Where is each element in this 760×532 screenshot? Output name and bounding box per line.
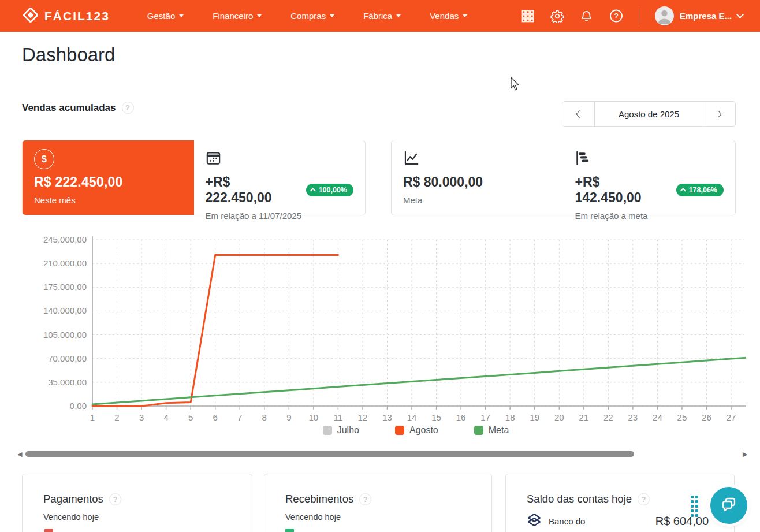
x-axis-tick-label: 26	[702, 412, 711, 422]
menu-gestao[interactable]: Gestão	[147, 11, 184, 21]
x-axis-tick-label: 6	[213, 412, 218, 422]
menu-financeiro[interactable]: Financeiro	[213, 11, 262, 21]
kpi-vs-meta-label: Em relação a meta	[575, 211, 724, 221]
main-menu: Gestão Financeiro Compras Fábrica Vendas	[147, 11, 467, 21]
caret-down-icon	[179, 14, 184, 17]
saldo-contas-card: Saldo das contas hoje ? Banco do R$ 604,…	[505, 474, 735, 532]
sales-section-header: Vendas acumuladas ?	[22, 102, 134, 114]
month-selector: Agosto de 2025	[562, 101, 736, 127]
help-icon[interactable]: ?	[638, 493, 650, 505]
x-axis-tick-label: 4	[163, 412, 168, 422]
card-title: Recebimentos	[285, 493, 353, 505]
y-axis-tick-label: 175.000,00	[43, 282, 87, 292]
card-title: Saldo das contas hoje	[527, 493, 632, 505]
chevron-right-icon	[714, 110, 722, 118]
y-axis-tick-label: 70.000,00	[48, 354, 87, 363]
kpi-meta-label: Meta	[403, 195, 552, 205]
chart-horizontal-scrollbar[interactable]: ◀ ▶	[17, 451, 750, 457]
kpi-current-value: R$ 222.450,00	[34, 174, 182, 190]
card-subtitle: Vencendo hoje	[43, 512, 233, 522]
account-row[interactable]: Banco do R$ 604,00	[527, 513, 716, 529]
menu-vendas[interactable]: Vendas	[430, 11, 467, 21]
kpi-vs-previous: +R$ 222.450,00 100,00% Em relação a 11/0…	[194, 140, 366, 215]
help-icon[interactable]: ?	[109, 493, 121, 505]
x-axis-tick-label: 20	[554, 412, 564, 422]
chat-button[interactable]	[710, 487, 747, 524]
help-icon[interactable]: ?	[122, 102, 134, 114]
legend-item-agosto[interactable]: Agosto	[395, 425, 438, 436]
caret-down-icon	[257, 14, 262, 17]
x-axis-tick-label: 21	[579, 412, 588, 422]
line-chart-icon	[403, 150, 419, 168]
y-axis-tick-label: 35.000,00	[48, 377, 87, 387]
kpi-current-label: Neste mês	[34, 195, 182, 205]
svg-text:?: ?	[614, 12, 619, 20]
x-axis-tick-label: 27	[727, 412, 736, 422]
steps-bars-icon	[575, 150, 591, 168]
x-axis-tick-label: 12	[358, 412, 368, 422]
kpi-current-month: $ R$ 222.450,00 Neste mês	[23, 140, 194, 215]
x-axis-tick-label: 19	[530, 412, 539, 422]
brand-name: FÁCIL123	[44, 9, 110, 23]
help-icon[interactable]: ?	[609, 9, 623, 23]
brand-logo[interactable]: FÁCIL123	[22, 6, 110, 26]
card-title: Pagamentos	[43, 493, 103, 505]
legend-label: Meta	[489, 425, 509, 436]
growth-badge: 100,00%	[306, 184, 353, 196]
drag-handle-dots-icon[interactable]	[691, 496, 698, 517]
avatar	[655, 6, 674, 25]
x-axis-tick-label: 2	[114, 412, 119, 422]
pagamentos-card: Pagamentos ? Vencendo hoje	[22, 474, 252, 532]
gear-icon[interactable]	[550, 9, 564, 23]
y-axis-tick-label: 210.000,00	[43, 258, 87, 268]
sales-line-chart[interactable]: 245.000,00210.000,00175.000,00140.000,00…	[23, 233, 746, 425]
kpi-meta-value: R$ 80.000,00	[403, 174, 483, 190]
top-navbar: FÁCIL123 Gestão Financeiro Compras Fábri…	[0, 0, 760, 32]
user-menu[interactable]: Empresa E...	[655, 6, 743, 25]
legend-swatch	[474, 426, 483, 435]
mouse-cursor	[509, 77, 521, 94]
legend-item-julho[interactable]: Julho	[323, 425, 359, 436]
scroll-right-arrow-icon[interactable]: ▶	[743, 451, 750, 457]
chevron-down-icon	[736, 11, 744, 18]
company-name: Empresa E...	[680, 11, 732, 21]
x-axis-tick-label: 14	[407, 412, 417, 422]
x-axis-tick-label: 5	[188, 412, 193, 422]
chevron-up-icon	[310, 188, 315, 194]
caret-down-icon	[396, 14, 401, 17]
page-title: Dashboard	[22, 44, 115, 66]
legend-swatch	[395, 426, 404, 435]
x-axis-tick-label: 24	[653, 412, 662, 422]
help-icon[interactable]: ?	[359, 493, 371, 505]
chevron-up-icon	[680, 188, 686, 194]
scroll-left-arrow-icon[interactable]: ◀	[17, 451, 24, 457]
next-month-button[interactable]	[703, 102, 735, 126]
x-axis-tick-label: 25	[677, 412, 687, 422]
legend-label: Julho	[337, 425, 359, 436]
recebimentos-card: Recebimentos ? Vencendo hoje	[264, 474, 492, 532]
caret-down-icon	[463, 14, 467, 17]
y-axis-tick-label: 0,00	[70, 401, 87, 411]
apps-grid-icon[interactable]	[521, 9, 535, 23]
facil123-diamond-icon	[22, 6, 39, 26]
menu-fabrica[interactable]: Fábrica	[363, 11, 401, 21]
x-axis-tick-label: 10	[309, 412, 319, 422]
x-axis-tick-label: 15	[431, 412, 441, 422]
chat-bubbles-icon	[719, 494, 739, 516]
calendar-icon	[206, 150, 221, 168]
chart-legend: JulhoAgostoMeta	[92, 425, 739, 436]
scrollbar-thumb[interactable]	[25, 451, 634, 457]
bell-icon[interactable]	[580, 9, 594, 23]
divider	[639, 8, 639, 24]
caret-down-icon	[330, 14, 334, 17]
month-label[interactable]: Agosto de 2025	[594, 102, 703, 126]
kpi-vs-meta-value: +R$ 142.450,00	[575, 174, 669, 206]
menu-compras[interactable]: Compras	[290, 11, 334, 21]
bank-name: Banco do	[549, 516, 585, 526]
scrollbar-track[interactable]	[24, 451, 743, 457]
x-axis-tick-label: 16	[456, 412, 466, 422]
previous-month-button[interactable]	[562, 102, 594, 126]
legend-item-meta[interactable]: Meta	[474, 425, 509, 436]
dashboard-page: FÁCIL123 Gestão Financeiro Compras Fábri…	[0, 0, 760, 532]
y-axis-tick-label: 105.000,00	[43, 330, 87, 340]
